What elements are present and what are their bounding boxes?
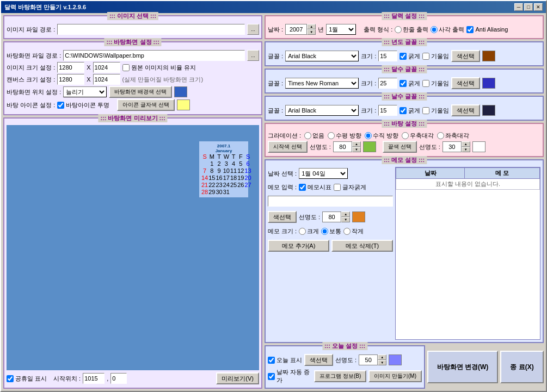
image-browse-button[interactable]: ... <box>247 24 259 35</box>
year-up-button[interactable]: ▲ <box>307 24 316 29</box>
canvas-size-x: X <box>87 76 90 83</box>
img-height-input[interactable] <box>93 62 120 73</box>
make-image-button[interactable]: 이미지 만들기(M) <box>368 370 422 382</box>
opacity2-down-button[interactable]: ▼ <box>462 147 470 152</box>
opacity2-up-button[interactable]: ▲ <box>462 141 470 147</box>
day-color-button[interactable]: 색선택 <box>451 104 480 116</box>
opacity1-up-button[interactable]: ▲ <box>352 141 361 147</box>
today-opacity-down-button[interactable]: ▼ <box>378 360 386 365</box>
day-font-size-input[interactable] <box>378 105 397 116</box>
preview-area: 2007.1 January S M T W T F S 1 2 <box>7 125 259 370</box>
bg-color-preview <box>174 86 187 97</box>
img-width-input[interactable] <box>57 62 84 73</box>
bg-path-input[interactable] <box>63 50 245 61</box>
square-text: 사각 출력 <box>439 26 464 34</box>
gradient-l-radio[interactable] <box>437 132 444 139</box>
cal-header-sat: S <box>245 153 251 160</box>
cal-header-mon: M <box>208 153 215 160</box>
square-radio[interactable] <box>431 26 438 33</box>
memo-color-button[interactable]: 색선택 <box>268 211 297 223</box>
month-font-size-input[interactable] <box>378 78 397 89</box>
year-font-size-input[interactable] <box>378 51 397 61</box>
icon-transparent-checkbox[interactable] <box>57 102 64 109</box>
day-italic-label: 기울임 <box>422 107 449 115</box>
today-show-checkbox[interactable] <box>268 357 275 364</box>
maximize-button[interactable]: □ <box>524 3 533 11</box>
start-color-button[interactable]: 시작색 선택 <box>268 141 308 153</box>
preview-button[interactable]: 미리보기(V) <box>216 372 259 384</box>
day-bold-label: 굵게 <box>400 107 420 115</box>
today-color-button[interactable]: 색선택 <box>304 354 333 366</box>
calendar-settings-group: ::: 달력 설정 ::: 날짜 : ▲ ▼ 년 1월 2월 <box>265 15 544 39</box>
opacity1-down-button[interactable]: ▼ <box>352 147 361 152</box>
gradient-v-radio[interactable] <box>365 132 372 139</box>
gradient-r-radio[interactable] <box>402 132 409 139</box>
year-color-button[interactable]: 색선택 <box>451 50 480 62</box>
keep-ratio-checkbox[interactable] <box>122 64 130 71</box>
canvas-width-input[interactable] <box>57 74 84 85</box>
memo-opacity-down-button[interactable]: ▼ <box>341 217 350 222</box>
holiday-checkbox[interactable] <box>7 375 14 382</box>
memo-del-button[interactable]: 메모 삭제(T) <box>331 240 393 252</box>
program-info-button[interactable]: 프로그램 정보(B) <box>314 370 366 382</box>
year-bold-checkbox[interactable] <box>400 53 407 60</box>
bg-pos-select[interactable]: 늘리기 가운데 타일 <box>63 86 107 97</box>
close-button[interactable]: ✕ <box>534 3 543 11</box>
end-color-button[interactable]: 끝색 선택 <box>383 141 417 153</box>
image-path-input[interactable] <box>57 24 245 35</box>
month-select[interactable]: 1월 2월 3월 <box>326 24 356 35</box>
day-bold-checkbox[interactable] <box>400 107 407 114</box>
memo-opacity-up-button[interactable]: ▲ <box>341 211 350 217</box>
year-spinbox: ▲ ▼ <box>285 24 316 35</box>
memo-size-big-radio[interactable] <box>299 228 306 235</box>
memo-table-container: 날짜 메 모 표시할 내용이 없습니다. <box>395 167 540 340</box>
start-y-input[interactable] <box>110 373 127 384</box>
canvas-height-input[interactable] <box>93 74 120 85</box>
cal-d16: 16 <box>216 175 223 181</box>
today-opacity-up-button[interactable]: ▲ <box>378 354 386 360</box>
day-italic-text: 기울임 <box>431 107 449 115</box>
memo-text-input[interactable] <box>268 196 393 207</box>
month-color-button[interactable]: 색선택 <box>451 77 480 89</box>
memo-show-checkbox[interactable] <box>299 184 306 191</box>
start-x-input[interactable] <box>83 373 105 384</box>
today-opacity-input[interactable] <box>359 354 378 365</box>
month-italic-checkbox[interactable] <box>422 80 429 87</box>
bg-color-button[interactable]: 바탕화면 배경색 선택 <box>109 86 172 98</box>
cal-d10: 10 <box>223 167 230 174</box>
auto-date-row: 날짜 자동 증가 프로그램 정보(B) 이미지 만들기(M) <box>268 368 422 384</box>
memo-add-button[interactable]: 메모 추가(A) <box>268 240 329 252</box>
day-font-select[interactable]: Arial Black <box>285 105 359 116</box>
date-select[interactable]: 1월 04일 <box>299 168 348 179</box>
year-font-label: 글꼴 : <box>268 52 283 60</box>
opacity2-input[interactable] <box>442 141 462 152</box>
day-italic-checkbox[interactable] <box>422 107 429 114</box>
gradient-none-radio[interactable] <box>304 132 311 139</box>
memo-size-small-radio[interactable] <box>343 228 351 235</box>
change-wallpaper-button[interactable]: 바탕화면 변경(W) <box>427 351 498 383</box>
memo-bold-checkbox[interactable] <box>334 184 341 191</box>
memo-opacity-input[interactable] <box>322 211 341 222</box>
minimize-button[interactable]: ─ <box>514 3 523 11</box>
icon-color-button[interactable]: 아이콘 글자색 선택 <box>117 99 175 111</box>
year-italic-checkbox[interactable] <box>422 53 429 60</box>
auto-date-checkbox[interactable] <box>268 373 275 380</box>
year-font-select[interactable]: Arial Black <box>285 51 359 61</box>
year-down-button[interactable]: ▼ <box>307 29 316 35</box>
one-line-radio[interactable] <box>395 26 402 33</box>
color-row: 시작색 선택 선명도 : ▲ ▼ 끝색 선택 선명도 : <box>268 141 540 153</box>
month-bold-checkbox[interactable] <box>400 80 407 87</box>
bg-browse-button[interactable]: ... <box>247 50 259 61</box>
memo-size-normal-radio[interactable] <box>321 228 328 235</box>
img-size-label: 이미지 크기 설정 : <box>7 64 55 72</box>
opacity1-input[interactable] <box>333 141 352 152</box>
year-input[interactable] <box>285 24 307 35</box>
cal-d11: 11 <box>230 167 237 174</box>
memo-size-row: 메모 크기 : 크게 보통 작게 <box>268 227 393 235</box>
one-line-text: 한줄 출력 <box>403 26 428 34</box>
anti-aliasing-checkbox[interactable] <box>466 26 474 33</box>
month-font-select[interactable]: Times New Roman <box>285 78 359 89</box>
exit-button[interactable]: 종 료(X) <box>500 351 544 383</box>
year-bold-label: 굵게 <box>400 52 420 60</box>
gradient-h-radio[interactable] <box>328 132 335 139</box>
